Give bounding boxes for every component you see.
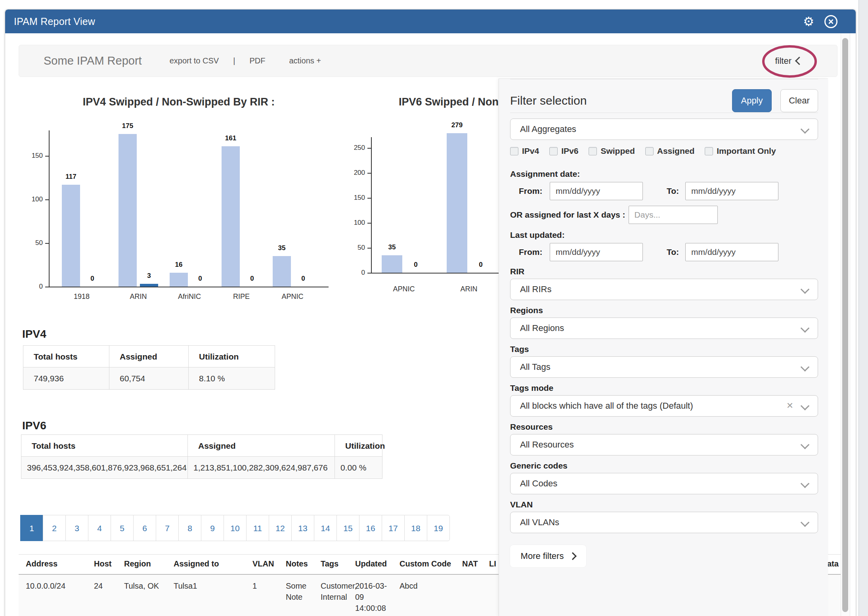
filter-checkbox[interactable]: Important Only: [705, 146, 776, 156]
page-button[interactable]: 6: [133, 515, 156, 541]
filter-toggle-button[interactable]: filter: [775, 56, 802, 66]
clear-button[interactable]: Clear: [780, 89, 818, 112]
page-button[interactable]: 4: [88, 515, 111, 541]
col-lir-truncated: LI: [489, 559, 496, 568]
bar-value-label: 175: [116, 122, 140, 130]
filter-group-select[interactable]: All Resources: [510, 434, 818, 455]
panel-divider-top: [510, 79, 818, 79]
filter-group-select[interactable]: All RIRs: [510, 279, 818, 300]
page-button[interactable]: 14: [314, 515, 337, 541]
pagination: 12345678910111213141516171819: [21, 515, 450, 541]
bar: [119, 134, 137, 287]
filter-checkbox[interactable]: IPv6: [549, 146, 578, 156]
filter-group-select[interactable]: All Codes: [510, 473, 818, 494]
clear-x-icon[interactable]: ×: [787, 399, 793, 412]
page-button[interactable]: 19: [427, 515, 450, 541]
checkbox-row: IPv4 IPv6 Swipped Assigned Important Onl…: [510, 146, 818, 156]
col-fragment-right-edge: ata: [827, 559, 839, 568]
filter-group-select[interactable]: All blocks which have all of the tags (D…: [510, 395, 818, 417]
page-button[interactable]: 15: [336, 515, 359, 541]
close-icon[interactable]: [824, 15, 837, 28]
filter-group-select[interactable]: All Regions: [510, 318, 818, 339]
filter-group-label: RIR: [510, 267, 818, 276]
scrollbar-track[interactable]: [841, 33, 850, 616]
checkbox-icon: [589, 147, 597, 155]
page-button[interactable]: 8: [178, 515, 201, 541]
filter-group: VLAN All VLANs: [510, 500, 818, 533]
tick-label: 50: [341, 244, 365, 252]
bar: [62, 185, 80, 287]
tick-mark: [45, 199, 49, 200]
bar: [382, 255, 402, 273]
tick-mark: [367, 148, 371, 149]
bar-value-label: 16: [167, 261, 191, 269]
col-vlan: VLAN: [252, 559, 274, 568]
col-custom-code: Custom Code: [400, 559, 451, 568]
bar-value-label: 279: [445, 121, 469, 129]
aggregates-select[interactable]: All Aggregates: [510, 119, 818, 140]
export-csv-link[interactable]: export to CSV: [170, 56, 219, 65]
filter-group-select[interactable]: All VLANs: [510, 512, 818, 533]
tick-label: 200: [341, 169, 365, 177]
last-updated-row: From: To:: [510, 243, 818, 261]
days-input[interactable]: [629, 206, 718, 224]
report-links: export to CSV | PDF actions +: [170, 56, 321, 65]
filter-group-label: Tags: [510, 344, 818, 354]
filter-group-select-value: All VLANs: [520, 517, 559, 528]
category-label: APNIC: [380, 285, 428, 293]
filter-checkbox[interactable]: Assigned: [645, 146, 695, 156]
page-button[interactable]: 7: [156, 515, 179, 541]
page-button[interactable]: 5: [111, 515, 134, 541]
page-button[interactable]: 10: [224, 515, 247, 541]
checkbox-icon: [510, 147, 518, 155]
bar-value-label: 0: [291, 275, 315, 283]
page-button[interactable]: 9: [201, 515, 224, 541]
assignment-from-input[interactable]: [550, 182, 643, 200]
tick-label: 0: [341, 269, 365, 277]
page-button[interactable]: 18: [404, 515, 427, 541]
category-label: ARIN: [115, 293, 162, 301]
filter-panel-title: Filter selection: [510, 94, 587, 107]
page-button[interactable]: 11: [246, 515, 269, 541]
aggregates-select-value: All Aggregates: [520, 124, 576, 134]
export-pdf-link[interactable]: PDF: [249, 56, 265, 65]
filter-checkbox[interactable]: Swipped: [589, 146, 635, 156]
page-button[interactable]: 2: [43, 515, 66, 541]
tick-mark: [45, 287, 49, 287]
page-button[interactable]: 12: [269, 515, 292, 541]
page-button[interactable]: 1: [20, 515, 43, 541]
more-filters-button[interactable]: More filters: [510, 545, 586, 567]
actions-menu-link[interactable]: actions +: [289, 56, 321, 65]
screen: IPV4 Swipped / Non-Swipped By RIR :05010…: [0, 0, 868, 616]
tick-label: 100: [341, 219, 365, 227]
filter-group: Regions All Regions: [510, 306, 818, 339]
apply-button[interactable]: Apply: [732, 89, 772, 112]
filter-toggle-label: filter: [775, 56, 792, 66]
cell-region: Tulsa, OK: [124, 580, 172, 591]
page-button[interactable]: 13: [291, 515, 314, 541]
checkbox-icon: [549, 147, 558, 155]
updated-from-input[interactable]: [550, 243, 643, 261]
scrollbar-thumb[interactable]: [842, 38, 848, 612]
chevron-down-icon: [801, 324, 810, 333]
bar: [447, 133, 467, 273]
filter-checkbox[interactable]: IPv4: [510, 146, 539, 156]
panel-divider-heading: [510, 113, 818, 113]
bar-value-label: 0: [80, 275, 104, 283]
tick-mark: [45, 243, 49, 244]
filter-group-select[interactable]: All Tags: [510, 356, 818, 378]
filter-group-select-value: All Regions: [520, 323, 564, 333]
window-title: IPAM Report View: [14, 16, 95, 27]
page-button[interactable]: 16: [359, 515, 382, 541]
from-label: From:: [519, 247, 550, 257]
page-button[interactable]: 17: [382, 515, 405, 541]
bar: [273, 256, 291, 287]
tick-mark: [367, 198, 371, 199]
x-axis-line: [49, 287, 329, 287]
gear-icon[interactable]: ⚙: [803, 15, 814, 28]
page-button[interactable]: 3: [65, 515, 88, 541]
assignment-date-label: Assignment date:: [510, 169, 818, 179]
updated-to-input[interactable]: [685, 243, 778, 261]
checkbox-label: IPv4: [522, 146, 539, 156]
assignment-to-input[interactable]: [685, 182, 778, 200]
